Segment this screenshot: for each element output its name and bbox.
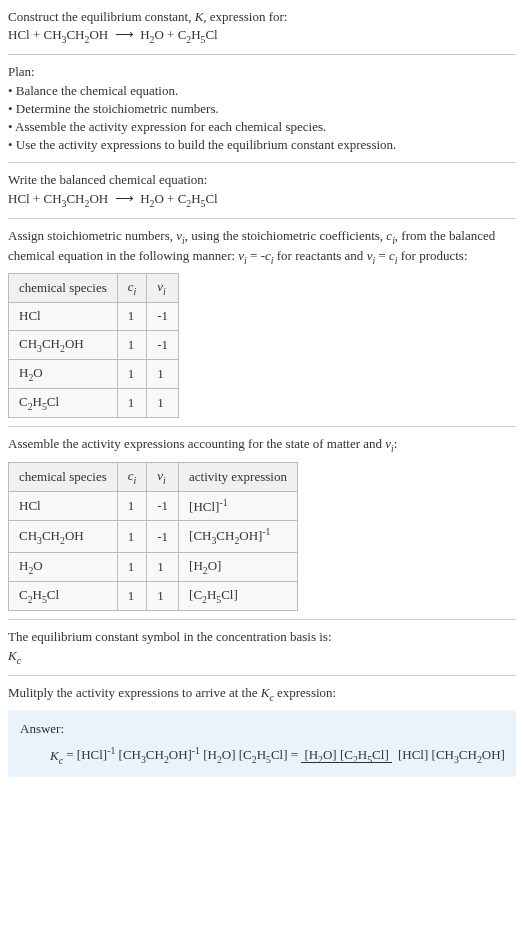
cell-expr: [CH3CH2OH]-1 <box>179 521 298 553</box>
activity-table: chemical species ci νi activity expressi… <box>8 462 298 612</box>
header-section: Construct the equilibrium constant, K, e… <box>8 8 516 46</box>
table-row: H2O 1 1 [H2O] <box>9 552 298 581</box>
basis-symbol: Kc <box>8 647 516 667</box>
activity-intro: Assemble the activity expressions accoun… <box>8 435 516 455</box>
table-row: C2H5Cl 1 1 [C2H5Cl] <box>9 582 298 611</box>
divider <box>8 675 516 676</box>
table-row: H2O 1 1 <box>9 359 179 388</box>
cell-ci: 1 <box>117 521 147 553</box>
header-line1: Construct the equilibrium constant, K, e… <box>8 8 516 26</box>
table-row: HCl 1 -1 [HCl]-1 <box>9 491 298 521</box>
balanced-section: Write the balanced chemical equation: HC… <box>8 171 516 209</box>
col-expr: activity expression <box>179 462 298 491</box>
plan-item: • Determine the stoichiometric numbers. <box>8 100 516 118</box>
cell-vi: 1 <box>147 389 179 418</box>
cell-vi: -1 <box>147 491 179 521</box>
cell-vi: 1 <box>147 582 179 611</box>
table-row: C2H5Cl 1 1 <box>9 389 179 418</box>
table-header-row: chemical species ci νi activity expressi… <box>9 462 298 491</box>
stoich-section: Assign stoichiometric numbers, νi, using… <box>8 227 516 419</box>
cell-vi: -1 <box>147 303 179 330</box>
col-species: chemical species <box>9 274 118 303</box>
frac-denominator: [HCl] [CH3CH2OH] <box>395 747 508 762</box>
col-vi: νi <box>147 462 179 491</box>
cell-expr: [C2H5Cl] <box>179 582 298 611</box>
cell-species: C2H5Cl <box>9 582 118 611</box>
plan-item: • Balance the chemical equation. <box>8 82 516 100</box>
cell-ci: 1 <box>117 582 147 611</box>
cell-species: H2O <box>9 552 118 581</box>
balanced-equation: HCl + CH3CH2OH ⟶ H2O + C2H5Cl <box>8 190 516 210</box>
cell-species: H2O <box>9 359 118 388</box>
divider <box>8 218 516 219</box>
col-ci: ci <box>117 462 147 491</box>
cell-expr: [H2O] <box>179 552 298 581</box>
stoich-table: chemical species ci νi HCl 1 -1 CH3CH2OH… <box>8 273 179 418</box>
cell-ci: 1 <box>117 552 147 581</box>
table-header-row: chemical species ci νi <box>9 274 179 303</box>
plan-item: • Use the activity expressions to build … <box>8 136 516 154</box>
activity-section: Assemble the activity expressions accoun… <box>8 435 516 611</box>
table-row: HCl 1 -1 <box>9 303 179 330</box>
basis-line1: The equilibrium constant symbol in the c… <box>8 628 516 646</box>
plan-title: Plan: <box>8 63 516 81</box>
cell-ci: 1 <box>117 389 147 418</box>
cell-vi: 1 <box>147 552 179 581</box>
cell-ci: 1 <box>117 303 147 330</box>
cell-species: HCl <box>9 491 118 521</box>
header-equation: HCl + CH3CH2OH ⟶ H2O + C2H5Cl <box>8 26 516 46</box>
col-species: chemical species <box>9 462 118 491</box>
frac-numerator: [H2O] [C2H5Cl] <box>301 747 391 763</box>
cell-expr: [HCl]-1 <box>179 491 298 521</box>
answer-fraction: [H2O] [C2H5Cl] [HCl] [CH3CH2OH] <box>301 746 507 766</box>
plan-section: Plan: • Balance the chemical equation. •… <box>8 63 516 154</box>
cell-species: CH3CH2OH <box>9 521 118 553</box>
answer-label: Answer: <box>20 720 504 738</box>
divider <box>8 54 516 55</box>
divider <box>8 426 516 427</box>
cell-ci: 1 <box>117 491 147 521</box>
cell-species: HCl <box>9 303 118 330</box>
col-ci: ci <box>117 274 147 303</box>
stoich-intro: Assign stoichiometric numbers, νi, using… <box>8 227 516 267</box>
answer-expression: Kc = [HCl]-1 [CH3CH2OH]-1 [H2O] [C2H5Cl]… <box>50 744 504 767</box>
col-vi: νi <box>147 274 179 303</box>
cell-vi: 1 <box>147 359 179 388</box>
divider <box>8 162 516 163</box>
multiply-line: Mulitply the activity expressions to arr… <box>8 684 516 704</box>
cell-species: C2H5Cl <box>9 389 118 418</box>
divider <box>8 619 516 620</box>
multiply-section: Mulitply the activity expressions to arr… <box>8 684 516 704</box>
cell-ci: 1 <box>117 359 147 388</box>
table-row: CH3CH2OH 1 -1 <box>9 330 179 359</box>
cell-species: CH3CH2OH <box>9 330 118 359</box>
plan-item: • Assemble the activity expression for e… <box>8 118 516 136</box>
cell-vi: -1 <box>147 521 179 553</box>
cell-vi: -1 <box>147 330 179 359</box>
table-row: CH3CH2OH 1 -1 [CH3CH2OH]-1 <box>9 521 298 553</box>
answer-box: Answer: Kc = [HCl]-1 [CH3CH2OH]-1 [H2O] … <box>8 710 516 777</box>
cell-ci: 1 <box>117 330 147 359</box>
balanced-title: Write the balanced chemical equation: <box>8 171 516 189</box>
basis-section: The equilibrium constant symbol in the c… <box>8 628 516 666</box>
